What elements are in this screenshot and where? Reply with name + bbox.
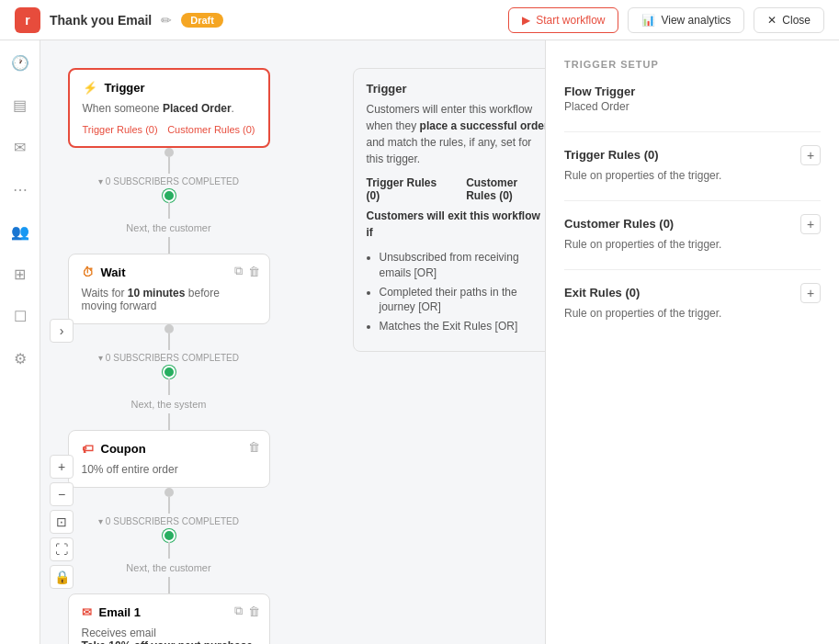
add-customer-rule-button[interactable]: + [800, 214, 821, 234]
rp-customer-rules-label: Customer Rules (0) [564, 217, 674, 231]
rp-trigger-rules: Trigger Rules (0) + Rule on properties o… [564, 145, 821, 182]
trigger-title: Trigger [105, 81, 145, 95]
analytics-icon: 📊 [641, 14, 655, 27]
wait-node[interactable]: ⏱ Wait ⧉ 🗑 Waits for 10 minutes before m… [68, 254, 270, 324]
rp-flow-trigger: Flow Trigger Placed Order [564, 85, 821, 113]
coupon-subtitle: 10% off entire order [82, 463, 256, 476]
subscribers-completed-2[interactable]: ▾ 0 SUBSCRIBERS COMPLETED [98, 353, 239, 363]
rp-customer-rules: Customer Rules (0) + Rule on properties … [564, 214, 821, 251]
next-label-2: Next, the system [131, 399, 207, 410]
trigger-rules-link[interactable]: Trigger Rules (0) [83, 124, 158, 135]
connector-dot-top-3 [164, 488, 174, 497]
subscribers-completed-3[interactable]: ▾ 0 SUBSCRIBERS COMPLETED [98, 516, 239, 526]
coupon-icon: 🏷 [82, 442, 94, 456]
rp-customer-rules-sub: Rule on properties of the trigger. [564, 238, 821, 251]
trigger-node[interactable]: ⚡ Trigger When someone Placed Order. Tri… [68, 68, 270, 148]
connector-1: ▾ 0 SUBSCRIBERS COMPLETED Next, the cust… [98, 148, 239, 254]
lock-button[interactable]: 🔒 [50, 565, 74, 589]
connector-line-2a [168, 333, 170, 350]
add-node-btn-1[interactable] [163, 189, 176, 202]
tp-customer-rules: Customer Rules (0) [466, 176, 545, 202]
close-label: Close [782, 14, 811, 27]
expand-button[interactable]: ⛶ [50, 537, 74, 561]
close-button[interactable]: ✕ Close [754, 7, 824, 33]
rp-trigger-rules-sub: Rule on properties of the trigger. [564, 169, 821, 182]
analytics-label: View analytics [661, 14, 731, 27]
email-node[interactable]: ✉ Email 1 ⧉ 🗑 Receives email Take 10% of… [68, 593, 270, 644]
copy-wait-button[interactable]: ⧉ [234, 264, 243, 278]
connector-line-3a [168, 497, 170, 514]
add-trigger-rule-button[interactable]: + [800, 145, 821, 165]
customer-rules-link[interactable]: Customer Rules (0) [167, 124, 255, 135]
edit-icon[interactable]: ✏ [161, 13, 172, 28]
exit-conditions-list: Unsubscribed from receiving emails [OR] … [380, 250, 546, 334]
delete-email-button[interactable]: 🗑 [248, 604, 260, 618]
next-label-3: Next, the customer [126, 562, 210, 573]
exit-item-3: Matches the Exit Rules [OR] [380, 319, 546, 334]
rp-flow-trigger-value: Placed Order [564, 100, 821, 113]
rp-trigger-rules-label: Trigger Rules (0) [564, 148, 659, 162]
connector-line-1c [168, 237, 170, 254]
sidebar-icon-grid[interactable]: ⊞ [7, 261, 33, 287]
flow-column: ⚡ Trigger When someone Placed Order. Tri… [40, 68, 316, 644]
zoom-in-button[interactable]: + [50, 455, 74, 479]
arrow-right-icon[interactable]: › [50, 319, 74, 343]
trigger-setup-panel: TRIGGER SETUP Flow Trigger Placed Order … [545, 40, 839, 644]
zoom-controls: + − ⊡ ⛶ 🔒 [50, 455, 74, 589]
draft-badge: Draft [181, 13, 223, 28]
add-node-btn-3[interactable] [163, 529, 176, 542]
sidebar-icon-square[interactable]: ☐ [7, 303, 33, 329]
sidebar-icon-gear[interactable]: ⚙ [7, 345, 33, 371]
subscribers-completed-1[interactable]: ▾ 0 SUBSCRIBERS COMPLETED [98, 176, 239, 186]
add-exit-rule-button[interactable]: + [800, 283, 821, 303]
rp-title: TRIGGER SETUP [564, 59, 821, 70]
trigger-icon: ⚡ [83, 81, 97, 95]
wait-subtitle: Waits for 10 minutes before moving forwa… [82, 287, 256, 312]
start-workflow-button[interactable]: ▶ Start workflow [508, 7, 618, 33]
delete-coupon-button[interactable]: 🗑 [248, 440, 260, 454]
canvas: ⚡ Trigger When someone Placed Order. Tri… [40, 40, 545, 644]
coupon-node[interactable]: 🏷 Coupon 🗑 10% off entire order [68, 430, 270, 488]
sidebar: 🕐 ▤ ✉ ⋯ 👥 ⊞ ☐ ⚙ [0, 40, 40, 644]
connector-line-3c [168, 577, 170, 593]
connector-line-3b [168, 542, 170, 559]
sidebar-icon-dots[interactable]: ⋯ [7, 176, 33, 202]
view-analytics-button[interactable]: 📊 View analytics [628, 7, 744, 33]
connector-dot-top-1 [164, 148, 174, 157]
connector-line-1a [168, 157, 170, 174]
rp-exit-rules: Exit Rules (0) + Rule on properties of t… [564, 283, 821, 320]
connector-2: ▾ 0 SUBSCRIBERS COMPLETED Next, the syst… [98, 324, 239, 430]
rp-flow-trigger-label: Flow Trigger [564, 85, 821, 98]
connector-3: ▾ 0 SUBSCRIBERS COMPLETED Next, the cust… [98, 488, 239, 593]
play-icon: ▶ [522, 14, 530, 27]
close-icon: ✕ [767, 14, 777, 27]
add-node-btn-2[interactable] [163, 366, 176, 378]
zoom-out-button[interactable]: − [50, 482, 74, 506]
next-label-1: Next, the customer [126, 222, 210, 233]
trigger-info-panel: Trigger Customers will enter this workfl… [353, 68, 546, 352]
logo-text: r [25, 13, 29, 28]
sidebar-icon-users[interactable]: 👥 [7, 219, 33, 244]
connector-dot-top-2 [164, 324, 174, 333]
connector-line-2b [168, 378, 170, 395]
exit-item-1: Unsubscribed from receiving emails [OR] [380, 250, 546, 281]
collapse-sidebar-button[interactable]: › [50, 319, 74, 343]
coupon-title: Coupon [101, 442, 146, 456]
sidebar-icon-clock[interactable]: 🕐 [7, 50, 33, 75]
sidebar-icon-layers[interactable]: ▤ [7, 92, 33, 118]
copy-email-button[interactable]: ⧉ [234, 604, 243, 618]
delete-wait-button[interactable]: 🗑 [248, 264, 260, 278]
trigger-subtitle: When someone Placed Order. [83, 102, 255, 115]
fit-screen-button[interactable]: ⊡ [50, 510, 74, 534]
email-subtitle: Receives email Take 10% off your next pu… [82, 627, 256, 644]
wait-title: Wait [101, 266, 126, 279]
email-icon: ✉ [82, 605, 92, 619]
rp-exit-rules-sub: Rule on properties of the trigger. [564, 307, 821, 320]
trigger-panel-exit-heading: Customers will exit this workflow if [367, 208, 546, 241]
sidebar-icon-envelope[interactable]: ✉ [7, 134, 33, 160]
connector-line-2c [168, 413, 170, 430]
email-title: Email 1 [99, 605, 142, 619]
app-logo: r [15, 7, 40, 33]
wait-icon: ⏱ [82, 266, 94, 279]
exit-item-2: Completed their paths in the journey [OR… [380, 285, 546, 316]
